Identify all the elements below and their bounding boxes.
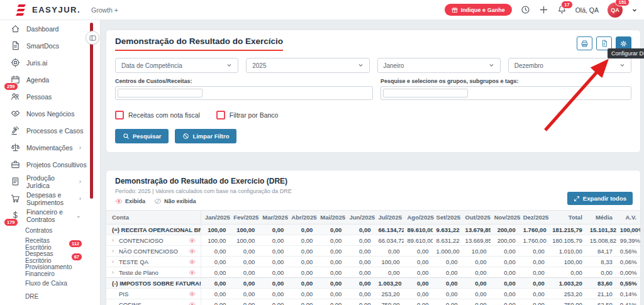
configure-dre-tooltip: Configurar DRE bbox=[608, 48, 644, 58]
table-row-contencioso: ›CONTENCIOSO100,00100,000,000,000,000,00… bbox=[106, 235, 640, 246]
sidebar-subitem-label: Contratos bbox=[25, 227, 52, 234]
referral-button[interactable]: Indique e Ganhe bbox=[445, 4, 512, 16]
groups-tag-input[interactable] bbox=[383, 89, 468, 97]
sidebar-item-juris-ai[interactable]: Juris.ai bbox=[0, 54, 100, 71]
sidebar-item-producao-juridica[interactable]: Produção Jurídica› bbox=[0, 173, 100, 190]
value-cell: 200,00 bbox=[491, 235, 519, 246]
expand-all-button[interactable]: Expandir todos bbox=[567, 192, 633, 205]
eye-icon[interactable] bbox=[189, 248, 197, 255]
sidebar-item-financeiro-e-contratos[interactable]: Financeiro e Contratos⌄179 bbox=[0, 207, 100, 224]
sidebar-item-dashboard[interactable]: Dashboard bbox=[0, 20, 100, 37]
row-expand-chevron-icon[interactable]: › bbox=[112, 237, 119, 243]
row-expand-chevron-icon[interactable]: › bbox=[112, 269, 119, 275]
column-header-fev-2025: Fev/2025 bbox=[230, 211, 258, 225]
clear-filter-button[interactable]: Limpar Filtro bbox=[175, 129, 236, 143]
sidebar-subitem-fluxo-de-caixa[interactable]: Fluxo de Caixa bbox=[0, 277, 100, 290]
dre-card: Demonstração do Resultado do Exercício (… bbox=[106, 170, 641, 305]
cost-center-input[interactable] bbox=[115, 86, 373, 100]
value-cell: 83,60 bbox=[586, 278, 616, 289]
sidebar-scrollbar[interactable] bbox=[90, 23, 93, 199]
select-value: 2025 bbox=[252, 62, 266, 69]
dre-subtitle: Período: 2025 | Valores calculados com b… bbox=[115, 188, 292, 194]
eye-icon bbox=[115, 197, 123, 205]
value-cell: 200,00 bbox=[491, 225, 519, 235]
value-cell: 0,00 bbox=[287, 299, 316, 305]
sidebar-item-novos-negocios[interactable]: Novos Negócios bbox=[0, 105, 100, 122]
value-cell: 0,00 bbox=[404, 257, 433, 267]
filter-select-janeiro[interactable]: Janeiro bbox=[377, 58, 501, 73]
sidebar-item-pessoas[interactable]: Pessoas bbox=[0, 88, 100, 105]
row-expand-chevron-icon[interactable]: › bbox=[112, 258, 119, 265]
value-cell: 0,00 bbox=[462, 278, 491, 289]
sidebar-item-smartdocs[interactable]: SmartDocs bbox=[0, 37, 100, 54]
column-header-ago-2025: Ago/2025 bbox=[404, 211, 433, 225]
select-value: Janeiro bbox=[384, 62, 404, 69]
filtrar-banco-checkbox-box[interactable] bbox=[216, 111, 225, 119]
brand-logo[interactable]: EASYJUR. bbox=[15, 4, 80, 16]
notifications-bell-icon[interactable]: 17 bbox=[557, 5, 567, 14]
checkbox-filtrar-banco[interactable]: Filtrar por Banco bbox=[216, 111, 279, 119]
sidebar-item-processos-e-casos[interactable]: Processos e Casos bbox=[0, 122, 100, 139]
sidebar-subitem-receitas-escritorio[interactable]: Receitas Escritório112 bbox=[0, 237, 100, 250]
filter-select-2025[interactable]: 2025 bbox=[246, 58, 369, 73]
sidebar-item-movimentacoes[interactable]: Movimentações› bbox=[0, 139, 100, 156]
table-row-impostos-sobre-faturamento: (-) IMPOSTOS SOBRE FATURAMENTO0,000,000,… bbox=[106, 278, 640, 289]
value-cell: 0,00 bbox=[230, 257, 258, 267]
chevron-right-icon: › bbox=[79, 178, 81, 185]
sidebar-collapse-button[interactable] bbox=[86, 31, 99, 45]
search-button[interactable]: Pesquisar bbox=[115, 129, 169, 143]
sidebar-subitem-despesas-escritorio[interactable]: Despesas Escritório67 bbox=[0, 250, 100, 263]
sidebar-subitem-provisionamento-financeiro[interactable]: Provisionamento Financeiro bbox=[0, 263, 100, 277]
cart-icon bbox=[11, 194, 21, 203]
value-cell: 0,00 bbox=[462, 267, 491, 278]
sidebar-item-despesas-e-suprimentos[interactable]: Despesas e Suprimentos› bbox=[0, 190, 100, 207]
add-plus-icon[interactable] bbox=[539, 5, 548, 14]
column-header-set-2025: Set/2025 bbox=[433, 211, 462, 225]
filter-select-dezembro[interactable]: Dezembro bbox=[508, 58, 631, 73]
value-cell: 0,00 bbox=[201, 267, 230, 278]
user-menu-caret-icon[interactable] bbox=[631, 4, 638, 16]
checkbox-nota-fiscal[interactable]: Receitas com nota fiscal bbox=[115, 111, 200, 119]
groups-input[interactable] bbox=[380, 86, 631, 100]
eye-icon[interactable] bbox=[189, 269, 197, 276]
main-area: Demonstração do Resultado do Exercício bbox=[101, 20, 644, 305]
value-cell: 0,00 bbox=[404, 299, 433, 305]
eye-icon[interactable] bbox=[189, 237, 197, 244]
value-cell: 99,39% bbox=[616, 235, 640, 246]
sidebar-item-projetos-consultivos[interactable]: Projetos Consultivos bbox=[0, 156, 100, 173]
sidebar-item-label: SmartDocs bbox=[26, 42, 59, 50]
value-cell: 0,00 bbox=[287, 257, 316, 267]
value-cell: 0,00 bbox=[230, 299, 258, 305]
value-cell: 0,00 bbox=[201, 299, 230, 305]
sidebar-subitem-dre[interactable]: DRE bbox=[0, 290, 100, 303]
gift-icon bbox=[452, 7, 458, 13]
print-button[interactable] bbox=[577, 36, 592, 50]
sidebar-subitem-label: DRE bbox=[25, 293, 38, 300]
value-cell: 15.101,32 bbox=[586, 225, 616, 235]
value-cell: 62,50 bbox=[586, 299, 616, 305]
eye-icon[interactable] bbox=[189, 291, 197, 297]
report-file-icon bbox=[601, 40, 608, 47]
sidebar-item-label: Pessoas bbox=[26, 93, 52, 101]
filter-select-data-de-competencia[interactable]: Data de Competência bbox=[115, 58, 238, 73]
value-cell: 0,00 bbox=[433, 267, 462, 278]
value-cell: 100,00 bbox=[374, 257, 403, 267]
printer-icon bbox=[580, 40, 589, 48]
cost-center-tag-input[interactable] bbox=[118, 89, 203, 97]
value-cell: 8.631,22 bbox=[433, 235, 462, 246]
sidebar-item-agenda[interactable]: Agenda259 bbox=[0, 71, 100, 88]
value-cell: 253,20 bbox=[374, 289, 403, 299]
column-header-out-2025: Out/2025 bbox=[462, 211, 491, 225]
nota-fiscal-checkbox-box[interactable] bbox=[115, 111, 124, 119]
eye-icon[interactable] bbox=[189, 301, 197, 305]
value-cell: 0,00 bbox=[258, 225, 287, 235]
plan-label[interactable]: Growth + bbox=[91, 6, 118, 14]
sidebar-item-label: Dashboard bbox=[26, 25, 58, 33]
user-avatar[interactable]: QA 151 bbox=[608, 3, 623, 18]
people-icon bbox=[11, 92, 21, 101]
chevron-right-icon: › bbox=[79, 195, 81, 202]
eye-icon[interactable] bbox=[189, 258, 197, 265]
history-clock-icon[interactable] bbox=[521, 5, 530, 14]
row-expand-chevron-icon[interactable]: › bbox=[112, 248, 119, 254]
dre-legend: Exibida Não exibida bbox=[115, 197, 292, 205]
